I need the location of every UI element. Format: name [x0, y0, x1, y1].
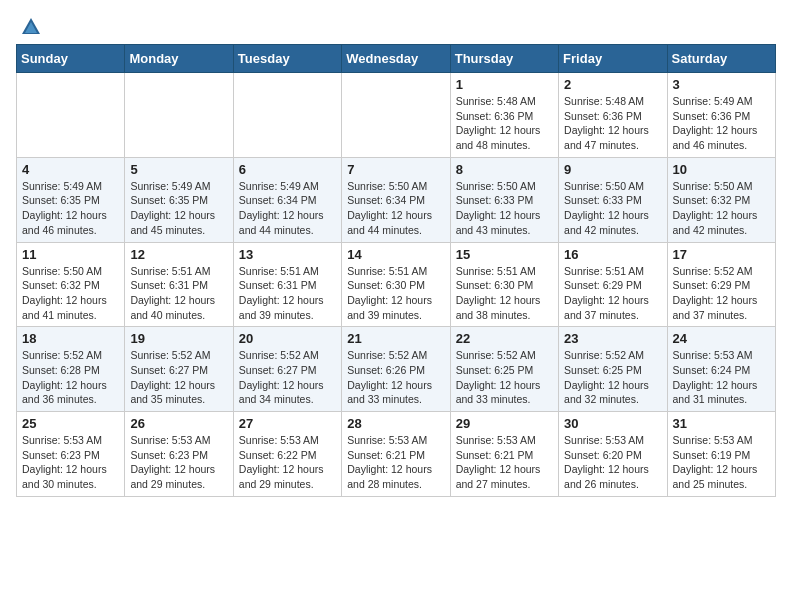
day-number: 14 — [347, 247, 444, 262]
day-info-line: Sunrise: 5:52 AM — [347, 348, 444, 363]
day-info-line: Sunset: 6:21 PM — [456, 448, 553, 463]
day-info-line: and 30 minutes. — [22, 477, 119, 492]
day-info-line: Sunset: 6:34 PM — [239, 193, 336, 208]
day-info-line: Daylight: 12 hours — [239, 462, 336, 477]
calendar-week-row: 1Sunrise: 5:48 AMSunset: 6:36 PMDaylight… — [17, 73, 776, 158]
day-info-line: Daylight: 12 hours — [239, 208, 336, 223]
calendar-cell: 18Sunrise: 5:52 AMSunset: 6:28 PMDayligh… — [17, 327, 125, 412]
day-info-line: Sunset: 6:29 PM — [673, 278, 770, 293]
calendar-cell: 12Sunrise: 5:51 AMSunset: 6:31 PMDayligh… — [125, 242, 233, 327]
day-info-line: Sunrise: 5:53 AM — [239, 433, 336, 448]
calendar-cell: 8Sunrise: 5:50 AMSunset: 6:33 PMDaylight… — [450, 157, 558, 242]
day-info-line: Sunset: 6:25 PM — [456, 363, 553, 378]
calendar-cell: 10Sunrise: 5:50 AMSunset: 6:32 PMDayligh… — [667, 157, 775, 242]
day-number: 28 — [347, 416, 444, 431]
day-info-line: Sunset: 6:32 PM — [673, 193, 770, 208]
day-info-line: Sunrise: 5:48 AM — [456, 94, 553, 109]
day-info-line: Sunset: 6:36 PM — [456, 109, 553, 124]
day-info-line: Daylight: 12 hours — [673, 378, 770, 393]
calendar-week-row: 4Sunrise: 5:49 AMSunset: 6:35 PMDaylight… — [17, 157, 776, 242]
day-info-line: Daylight: 12 hours — [456, 208, 553, 223]
day-info-line: Daylight: 12 hours — [22, 378, 119, 393]
day-number: 30 — [564, 416, 661, 431]
calendar-cell: 11Sunrise: 5:50 AMSunset: 6:32 PMDayligh… — [17, 242, 125, 327]
day-info-line: and 37 minutes. — [564, 308, 661, 323]
calendar-cell: 22Sunrise: 5:52 AMSunset: 6:25 PMDayligh… — [450, 327, 558, 412]
day-number: 12 — [130, 247, 227, 262]
calendar-cell: 1Sunrise: 5:48 AMSunset: 6:36 PMDaylight… — [450, 73, 558, 158]
day-info-line: Sunrise: 5:50 AM — [22, 264, 119, 279]
day-info-line: and 37 minutes. — [673, 308, 770, 323]
day-number: 2 — [564, 77, 661, 92]
calendar-cell: 29Sunrise: 5:53 AMSunset: 6:21 PMDayligh… — [450, 412, 558, 497]
day-info-line: Sunset: 6:27 PM — [130, 363, 227, 378]
header-thursday: Thursday — [450, 45, 558, 73]
day-info-line: Daylight: 12 hours — [22, 293, 119, 308]
day-number: 5 — [130, 162, 227, 177]
day-number: 15 — [456, 247, 553, 262]
day-info-line: Daylight: 12 hours — [673, 293, 770, 308]
day-number: 8 — [456, 162, 553, 177]
day-info-line: Sunrise: 5:51 AM — [239, 264, 336, 279]
day-info-line: and 25 minutes. — [673, 477, 770, 492]
calendar-cell: 13Sunrise: 5:51 AMSunset: 6:31 PMDayligh… — [233, 242, 341, 327]
day-info-line: Sunrise: 5:52 AM — [130, 348, 227, 363]
logo — [16, 16, 42, 34]
day-info-line: Sunset: 6:30 PM — [456, 278, 553, 293]
calendar-cell — [342, 73, 450, 158]
day-info-line: Sunset: 6:30 PM — [347, 278, 444, 293]
calendar-cell: 4Sunrise: 5:49 AMSunset: 6:35 PMDaylight… — [17, 157, 125, 242]
day-info-line: Sunset: 6:19 PM — [673, 448, 770, 463]
day-info-line: Sunrise: 5:53 AM — [456, 433, 553, 448]
calendar-cell: 7Sunrise: 5:50 AMSunset: 6:34 PMDaylight… — [342, 157, 450, 242]
day-info-line: and 26 minutes. — [564, 477, 661, 492]
day-info-line: Daylight: 12 hours — [130, 293, 227, 308]
day-info-line: Sunset: 6:31 PM — [130, 278, 227, 293]
day-number: 6 — [239, 162, 336, 177]
day-info-line: Sunrise: 5:51 AM — [130, 264, 227, 279]
day-info-line: Daylight: 12 hours — [130, 378, 227, 393]
calendar-cell: 28Sunrise: 5:53 AMSunset: 6:21 PMDayligh… — [342, 412, 450, 497]
calendar-cell: 30Sunrise: 5:53 AMSunset: 6:20 PMDayligh… — [559, 412, 667, 497]
day-info-line: Sunrise: 5:51 AM — [347, 264, 444, 279]
day-number: 1 — [456, 77, 553, 92]
day-info-line: and 38 minutes. — [456, 308, 553, 323]
day-number: 7 — [347, 162, 444, 177]
day-info-line: Daylight: 12 hours — [673, 462, 770, 477]
header-friday: Friday — [559, 45, 667, 73]
logo-icon — [20, 16, 42, 38]
calendar-cell: 19Sunrise: 5:52 AMSunset: 6:27 PMDayligh… — [125, 327, 233, 412]
day-info-line: Sunrise: 5:50 AM — [456, 179, 553, 194]
day-info-line: Sunrise: 5:49 AM — [673, 94, 770, 109]
day-number: 17 — [673, 247, 770, 262]
day-number: 26 — [130, 416, 227, 431]
calendar-cell: 20Sunrise: 5:52 AMSunset: 6:27 PMDayligh… — [233, 327, 341, 412]
calendar-header-row: SundayMondayTuesdayWednesdayThursdayFrid… — [17, 45, 776, 73]
day-number: 20 — [239, 331, 336, 346]
day-number: 3 — [673, 77, 770, 92]
day-number: 23 — [564, 331, 661, 346]
day-info-line: and 44 minutes. — [239, 223, 336, 238]
day-number: 27 — [239, 416, 336, 431]
calendar-cell: 3Sunrise: 5:49 AMSunset: 6:36 PMDaylight… — [667, 73, 775, 158]
day-info-line: and 29 minutes. — [130, 477, 227, 492]
day-info-line: and 41 minutes. — [22, 308, 119, 323]
calendar-cell: 17Sunrise: 5:52 AMSunset: 6:29 PMDayligh… — [667, 242, 775, 327]
day-info-line: and 45 minutes. — [130, 223, 227, 238]
day-info-line: and 46 minutes. — [673, 138, 770, 153]
day-number: 19 — [130, 331, 227, 346]
day-info-line: and 33 minutes. — [347, 392, 444, 407]
day-info-line: Sunset: 6:33 PM — [456, 193, 553, 208]
day-info-line: Daylight: 12 hours — [239, 378, 336, 393]
day-info-line: Sunset: 6:27 PM — [239, 363, 336, 378]
day-info-line: and 34 minutes. — [239, 392, 336, 407]
day-info-line: Sunrise: 5:53 AM — [22, 433, 119, 448]
day-number: 29 — [456, 416, 553, 431]
day-number: 13 — [239, 247, 336, 262]
header-wednesday: Wednesday — [342, 45, 450, 73]
day-info-line: Sunset: 6:31 PM — [239, 278, 336, 293]
day-info-line: Sunrise: 5:53 AM — [130, 433, 227, 448]
header-monday: Monday — [125, 45, 233, 73]
day-info-line: Daylight: 12 hours — [673, 123, 770, 138]
day-info-line: Sunrise: 5:51 AM — [456, 264, 553, 279]
